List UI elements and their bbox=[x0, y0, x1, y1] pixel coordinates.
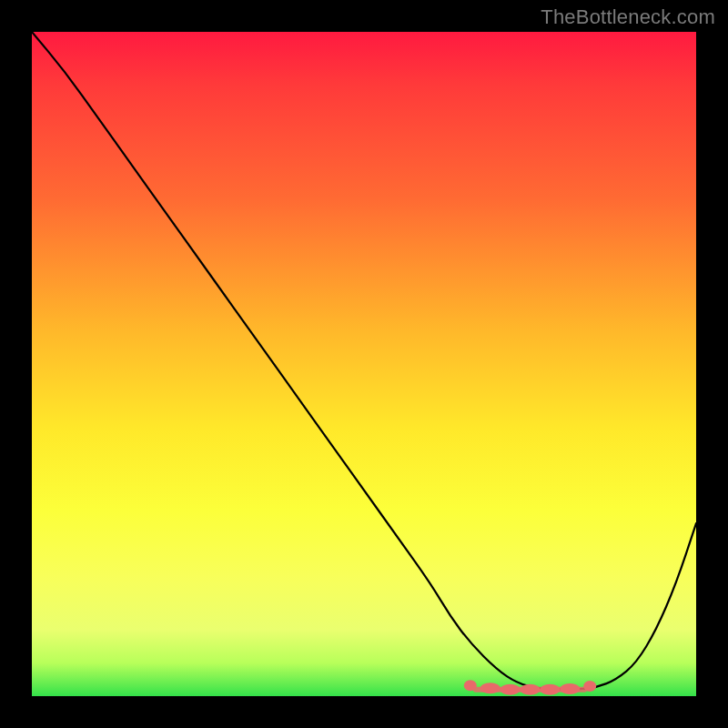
marker-dot bbox=[560, 683, 580, 694]
plot-area bbox=[32, 32, 696, 696]
marker-dot bbox=[521, 684, 541, 695]
marker-dot bbox=[583, 681, 596, 692]
marker-dot bbox=[464, 680, 477, 691]
bottleneck-curve-line bbox=[32, 32, 696, 690]
marker-dot bbox=[540, 684, 560, 695]
marker-dot bbox=[480, 682, 500, 693]
chart-frame: TheBottleneck.com bbox=[0, 0, 728, 728]
marker-dot bbox=[500, 684, 521, 695]
optimal-range-markers bbox=[464, 680, 596, 694]
watermark-text: TheBottleneck.com bbox=[541, 5, 715, 29]
chart-svg bbox=[32, 32, 696, 696]
